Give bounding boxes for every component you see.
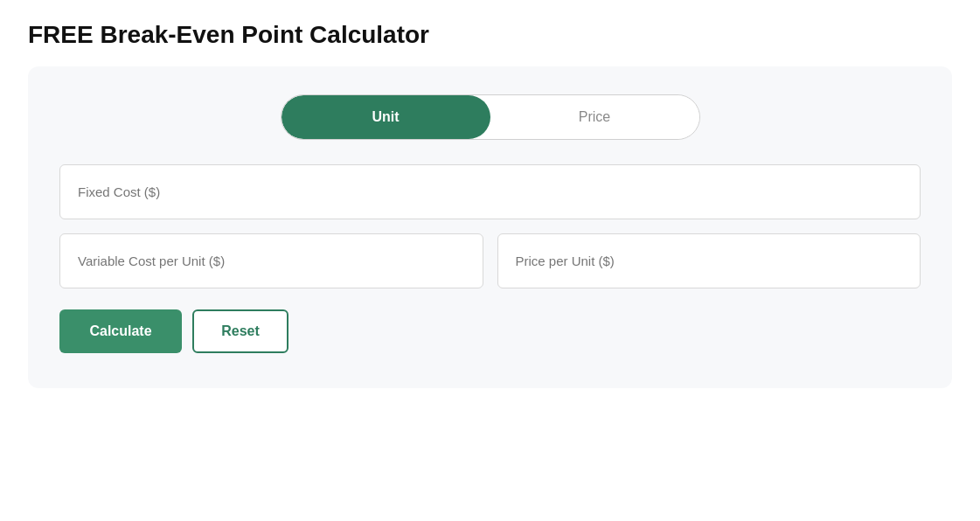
toggle-wrapper: Unit Price: [281, 94, 700, 140]
variable-cost-wrapper: [59, 233, 483, 288]
toggle-container: Unit Price: [59, 94, 921, 140]
calculator-card: Unit Price Calculate Reset: [28, 66, 952, 388]
price-toggle-button[interactable]: Price: [490, 95, 699, 139]
reset-button[interactable]: Reset: [192, 309, 288, 353]
button-row: Calculate Reset: [59, 309, 921, 353]
unit-toggle-button[interactable]: Unit: [281, 95, 490, 139]
fixed-cost-row: [59, 164, 921, 219]
variable-price-row: [59, 233, 921, 288]
variable-cost-input[interactable]: [59, 233, 483, 288]
calculate-button[interactable]: Calculate: [59, 309, 182, 353]
page-title: FREE Break-Even Point Calculator: [28, 21, 952, 49]
price-per-unit-input[interactable]: [497, 233, 921, 288]
fixed-cost-input[interactable]: [59, 164, 921, 219]
price-per-unit-wrapper: [497, 233, 921, 288]
